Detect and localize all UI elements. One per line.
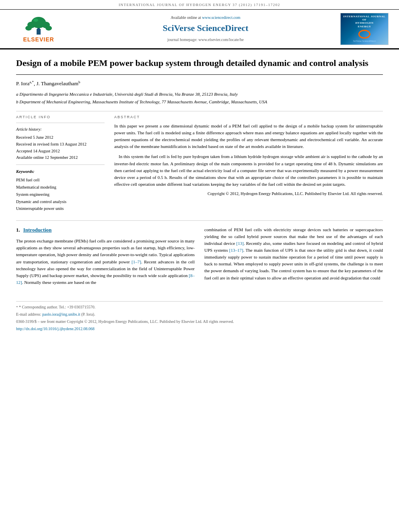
available-online-text: Available online at www.sciencedirect.co… <box>75 15 336 21</box>
abstract-paragraph-2: In this system the fuel cell is fed by p… <box>114 153 383 187</box>
issn-note: 0360-3199/$ – see front matter Copyright… <box>16 318 383 325</box>
article-title: Design of a mobile PEM power backup syst… <box>16 49 383 73</box>
keywords-list: PEM fuel cell Mathematical modeling Syst… <box>16 177 105 212</box>
ref-13-17: [13–17] <box>229 248 243 253</box>
journal-header: ELSEVIER Available online at www.science… <box>0 10 399 49</box>
journal-top-bar: INTERNATIONAL JOURNAL OF HYDROGEN ENERGY… <box>0 0 399 10</box>
author-a: P. Iora <box>16 81 29 87</box>
author-a-sup: a,* <box>29 80 34 84</box>
email-attribution: (P. Iora). <box>81 312 95 316</box>
history-title: Article history: <box>16 126 105 133</box>
keyword-2: Mathematical modeling <box>16 184 105 191</box>
sciencedirect-url[interactable]: www.sciencedirect.com <box>202 15 240 20</box>
journal-homepage: journal homepage: www.elsevier.com/locat… <box>75 37 336 43</box>
ref-1-7: [1–7] <box>132 259 141 264</box>
svg-point-7 <box>33 18 38 22</box>
sciverse-title: SciVerse ScienceDirect <box>75 22 336 35</box>
elsevier-logo-area: ELSEVIER <box>6 14 71 44</box>
intro-two-col: 1.Introduction The proton exchange membr… <box>16 226 383 289</box>
elsevier-wordmark: ELSEVIER <box>23 36 54 44</box>
journal-cover-image: International Journal ofHYDROGENENERGY S… <box>340 13 389 45</box>
available-online-date: Available online 12 September 2012 <box>16 154 105 161</box>
received-date: Received 5 June 2012 <box>16 134 105 141</box>
keywords-label: Keywords: <box>16 169 105 175</box>
svg-rect-0 <box>37 29 41 35</box>
intro-paragraph-2: combination of PEM fuel cells with elect… <box>204 226 383 281</box>
affiliations: a Dipartimento di Ingegneria Meccanica e… <box>16 91 383 105</box>
info-divider-top <box>16 123 105 123</box>
abstract-label: ABSTRACT <box>114 115 383 120</box>
main-content: 1.Introduction The proton exchange membr… <box>16 220 383 289</box>
corresponding-author-note: * Corresponding author. Tel.: +39 030371… <box>19 305 95 309</box>
star-symbol: * <box>16 305 18 309</box>
intro-left-col: 1.Introduction The proton exchange membr… <box>16 226 195 289</box>
article-footer: * * Corresponding author. Tel.: +39 0303… <box>16 301 383 332</box>
intro-heading: 1.Introduction <box>16 226 195 234</box>
abstract-text: In this paper we present a one dimension… <box>114 123 383 187</box>
article-info-label: ARTICLE INFO <box>16 115 105 120</box>
author-b-sup: b <box>78 80 80 84</box>
authors-line: P. Ioraa,*, J. Thangavelauthamb <box>16 80 383 88</box>
intro-right-col: combination of PEM fuel cells with elect… <box>204 226 383 289</box>
affil-a: a Dipartimento di Ingegneria Meccanica e… <box>16 91 383 98</box>
doi-link[interactable]: http://dx.doi.org/10.1016/j.ijhydene.201… <box>16 327 95 331</box>
article-info-column: ARTICLE INFO Article history: Received 5… <box>16 115 105 212</box>
elsevier-tree-icon <box>23 14 55 36</box>
svg-point-6 <box>45 26 52 31</box>
copyright-line: Copyright © 2012, Hydrogen Energy Public… <box>114 191 383 197</box>
keyword-1: PEM fuel cell <box>16 177 105 184</box>
journal-cover-area: International Journal ofHYDROGENENERGY S… <box>340 13 393 45</box>
keyword-3: System engineering <box>16 191 105 198</box>
cover-sciverse-logo: SciVerse ScienceDirect <box>353 39 376 43</box>
ref-8-12: [8–12] <box>16 273 195 285</box>
intro-section-title: Introduction <box>23 227 52 233</box>
cover-circle-decoration <box>358 30 370 39</box>
abstract-column: ABSTRACT In this paper we present a one … <box>114 115 383 212</box>
received-revised-date: Received in revised form 13 August 2012 <box>16 141 105 148</box>
title-divider <box>16 74 383 75</box>
accepted-date: Accepted 14 August 2012 <box>16 148 105 155</box>
intro-section-num: 1. <box>16 227 20 233</box>
doi-line: http://dx.doi.org/10.1016/j.ijhydene.201… <box>16 326 383 332</box>
cover-journal-title: International Journal ofHYDROGENENERGY <box>342 15 387 29</box>
article-body: Design of a mobile PEM power backup syst… <box>0 49 399 332</box>
header-center: Available online at www.sciencedirect.co… <box>71 15 340 43</box>
article-history: Article history: Received 5 June 2012 Re… <box>16 126 105 161</box>
keywords-section: Keywords: PEM fuel cell Mathematical mod… <box>16 169 105 212</box>
ref-13: [13] <box>237 241 244 246</box>
footnote-star: * * Corresponding author. Tel.: +39 0303… <box>16 304 383 310</box>
email-note: E-mail address: paolo.iora@ing.unibs.it … <box>16 311 383 317</box>
keyword-4: Dynamic and control analysis <box>16 198 105 205</box>
keyword-5: Uninterruptable power units <box>16 205 105 212</box>
info-abstract-section: ARTICLE INFO Article history: Received 5… <box>16 111 383 212</box>
affil-b: b Department of Mechanical Engineering, … <box>16 99 383 105</box>
intro-paragraph-1: The proton exchange membrane (PEMs) fuel… <box>16 238 195 286</box>
email-label: E-mail address: <box>16 312 41 316</box>
journal-citation: INTERNATIONAL JOURNAL OF HYDROGEN ENERGY… <box>119 3 280 7</box>
info-divider-mid <box>16 164 105 165</box>
author-email[interactable]: paolo.iora@ing.unibs.it <box>42 312 80 316</box>
svg-point-5 <box>25 26 32 31</box>
author-b: J. Thangavelautham <box>36 81 78 87</box>
abstract-paragraph-1: In this paper we present a one dimension… <box>114 123 383 150</box>
